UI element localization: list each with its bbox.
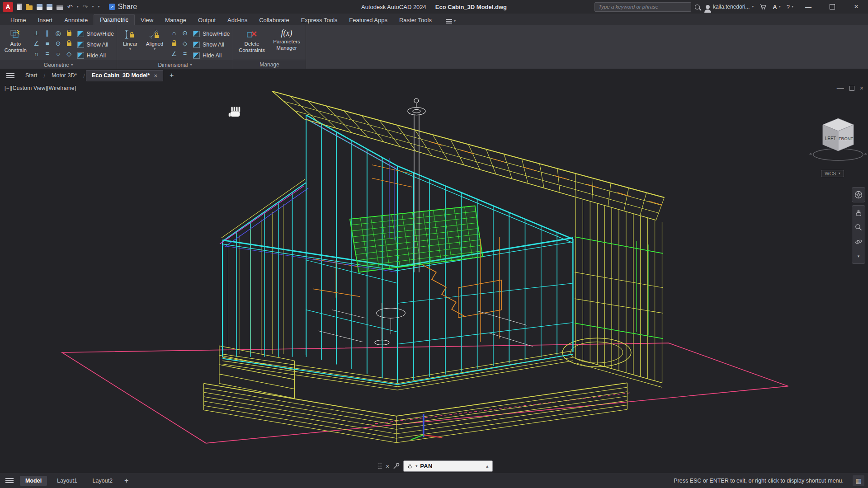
autocad-logo[interactable]: A [3,2,13,12]
command-dock-grip[interactable] [378,463,382,470]
tab-view[interactable]: View [135,15,159,25]
new-layout-button[interactable]: + [124,477,128,484]
concentric-constraint-icon[interactable]: ◎ [55,30,61,36]
geometric-show-hide-button[interactable]: Show/Hide [77,29,114,39]
viewport-close-icon[interactable]: × [860,84,863,92]
tab-featured-apps[interactable]: Featured Apps [343,15,393,25]
angular-dim-constraint-icon[interactable]: ∠ [171,51,177,57]
ribbon-display-toggle[interactable]: ▾ [446,19,456,23]
delete-constraints-button[interactable]: Delete Constraints [237,28,266,60]
symmetric-constraint-icon[interactable]: ◇ [66,51,71,57]
smooth-constraint-icon[interactable]: ○ [56,51,60,57]
command-caret-icon[interactable]: ▾ [415,464,417,468]
angular-constraint-icon[interactable]: ∠ [33,40,39,47]
collinear-constraint-icon[interactable]: ≡ [45,40,49,47]
aligned-constraint-button[interactable]: Aligned ▾ [143,28,166,61]
new-tab-button[interactable]: + [170,72,174,79]
customize-wrench-icon[interactable] [393,463,400,469]
help-button[interactable]: ?▾ [787,4,793,10]
layout2-tab[interactable]: Layout2 [87,476,118,486]
tab-raster-tools[interactable]: Raster Tools [393,15,438,25]
command-close-icon[interactable]: × [386,463,389,469]
equal-dim-constraint-icon[interactable]: = [183,51,187,57]
command-input[interactable]: ▾ PAN ▲ [403,460,493,472]
doc-tab-start[interactable]: Start [20,70,42,81]
fix-constraint-icon[interactable] [67,32,71,36]
geometric-panel-title[interactable]: Geometric ▾ [0,61,117,69]
viewport-minimize-icon[interactable]: — [837,84,844,92]
compass-west-arrow-icon[interactable] [809,153,812,155]
compass-east-arrow-icon[interactable] [864,153,867,155]
model-tab[interactable]: Model [20,476,47,486]
geometric-hide-all-button[interactable]: Hide All [77,51,114,61]
dim-lock-constraint-icon[interactable] [172,42,176,46]
open-file-icon[interactable] [26,5,33,10]
tab-collaborate[interactable]: Collaborate [253,15,295,25]
wcs-dropdown[interactable]: WCS ▾ [821,170,844,177]
lock-constraint-icon[interactable] [67,42,71,46]
tab-insert[interactable]: Insert [32,15,59,25]
search-icon[interactable] [695,5,700,9]
steering-wheel-icon[interactable] [852,188,865,202]
redo-icon[interactable]: ↷ [83,4,88,10]
app-store-button[interactable] [760,4,767,10]
auto-constrain-icon [9,28,21,40]
maximize-button[interactable] [823,0,841,14]
plot-icon[interactable] [57,5,63,10]
parallel-constraint-icon[interactable]: ∥ [46,30,49,36]
close-tab-icon[interactable]: × [154,72,157,79]
orbit-tool-icon[interactable] [852,235,865,249]
new-file-icon[interactable] [17,4,22,10]
convert-constraint-icon[interactable]: ◇ [183,40,188,47]
close-button[interactable]: × [847,0,865,14]
undo-caret-icon[interactable]: ▾ [77,5,79,9]
model-viewport[interactable] [0,82,868,473]
minimize-button[interactable]: — [799,0,817,14]
save-icon[interactable] [37,4,42,10]
radial-constraint-icon[interactable]: ∩ [172,30,176,36]
zoom-tool-icon[interactable] [852,220,865,235]
file-tabs-menu-icon[interactable] [6,73,14,78]
auto-constrain-button[interactable]: Auto Constrain [3,28,28,61]
panel-geometric: Auto Constrain ⊥ ∥ ◎ ∠ ≡ ⊙ ∩ = ○ ◇ S [0,25,117,69]
dimensional-show-hide-button[interactable]: Show/Hide [193,29,230,39]
dimensional-show-all-button[interactable]: Show All [193,40,230,50]
tangent-constraint-icon[interactable]: ∩ [34,51,39,57]
dimensional-hide-all-button[interactable]: Hide All [193,51,230,61]
manage-panel-title[interactable]: Manage [233,60,306,69]
qat-menu-caret-icon[interactable]: ▾ [98,5,100,9]
search-input[interactable] [594,2,691,12]
viewport-corner-controls[interactable]: [−][Custom View][Wireframe] [5,85,76,91]
save-as-icon[interactable] [47,4,52,10]
doc-tab-eco-cabin[interactable]: Eco Cabin_3D Model* × [86,70,163,81]
perpendicular-constraint-icon[interactable]: ⊥ [33,30,39,36]
viewport-restore-icon[interactable] [849,86,854,91]
redo-caret-icon[interactable]: ▾ [92,5,94,9]
tab-annotate[interactable]: Annotate [58,15,94,25]
layout1-tab[interactable]: Layout1 [52,476,82,486]
account-menu[interactable]: kaila.tenedori... ▾ [706,4,754,10]
linear-constraint-button[interactable]: Linear ▾ [120,28,141,61]
tab-add-ins[interactable]: Add-ins [222,15,253,25]
tab-parametric[interactable]: Parametric [94,14,135,25]
customization-grid-icon[interactable]: ▦ [853,475,864,486]
tab-manage[interactable]: Manage [159,15,192,25]
annotation-tools-button[interactable]: A▾ [773,4,780,10]
doc-tab-motor-3d[interactable]: Motor 3D* [46,70,82,81]
navbar-more-caret-icon[interactable]: ▾ [852,249,865,263]
tab-output[interactable]: Output [192,15,222,25]
diameter-constraint-icon[interactable]: ⊙ [182,30,188,36]
undo-icon[interactable]: ↶ [67,4,73,10]
geometric-show-all-button[interactable]: Show All [77,40,114,50]
dimensional-panel-title[interactable]: Dimensional ▾ [117,61,233,69]
parameters-manager-button[interactable]: f(x) Parameters Manager [272,28,302,60]
equal-constraint-icon[interactable]: = [45,51,49,57]
command-history-icon[interactable]: ▲ [485,464,489,469]
tab-home[interactable]: Home [5,15,32,25]
coincident-constraint-icon[interactable]: ⊙ [56,40,61,47]
tab-express-tools[interactable]: Express Tools [295,15,344,25]
share-button[interactable]: ↗ Share [109,3,137,11]
viewcube[interactable]: LEFT FRONT [797,108,868,165]
pan-tool-icon[interactable] [852,206,865,220]
layout-menu-icon[interactable] [5,478,14,483]
